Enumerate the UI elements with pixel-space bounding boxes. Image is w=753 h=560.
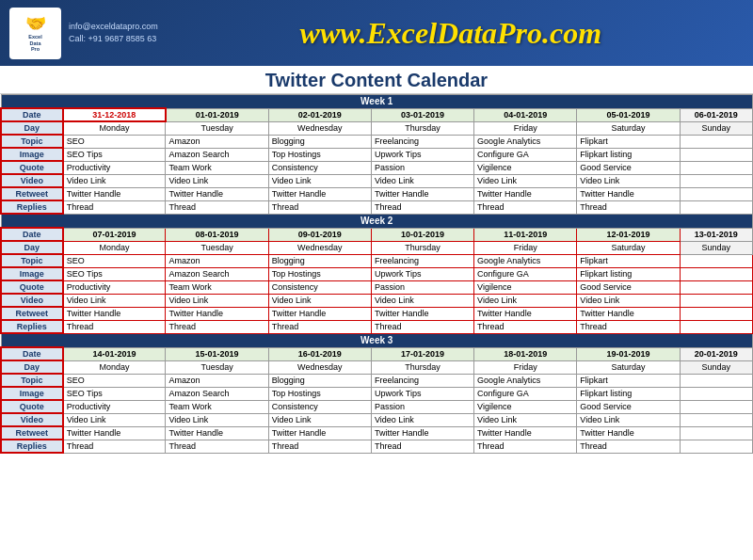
quote-label-w2: Quote [1,280,63,294]
quote-label-w3: Quote [1,400,63,413]
week2-image-row: Image SEO Tips Amazon Search Top Hosting… [1,267,753,280]
w1-day-2: Wednesday [268,121,371,135]
logo-icon: 🤝 [25,13,46,34]
replies-label-w1: Replies [1,200,63,214]
w3-day-5: Saturday [577,360,680,374]
topic-label-w2: Topic [1,254,63,267]
w3-date-1: 15-01-2019 [166,347,268,360]
week3-replies-row: Replies Thread Thread Thread Thread Thre… [1,440,753,453]
week1-date-row: Date 31-12-2018 01-01-2019 02-01-2019 03… [1,108,753,121]
week2-retweet-row: Retweet Twitter Handle Twitter Handle Tw… [1,307,753,320]
w1-date-3: 03-01-2019 [371,108,473,121]
w1-day-0: Monday [63,121,166,135]
topic-label-w3: Topic [1,374,63,387]
week1-topic-row: Topic SEO Amazon Blogging Freelancing Go… [1,135,753,148]
quote-label-w1: Quote [1,161,63,174]
week2-video-row: Video Video Link Video Link Video Link V… [1,294,753,307]
w1-date-4: 04-01-2019 [474,108,577,121]
w2-date-3: 10-01-2019 [371,228,473,241]
w2-day-2: Wednesday [268,241,371,254]
w2-day-5: Saturday [577,241,680,254]
week3-label: Week 3 [1,333,753,347]
w3-day-3: Thursday [371,360,473,374]
week1-day-row: Day Monday Tuesday Wednesday Thursday Fr… [1,121,753,135]
logo-box: 🤝 ExcelDataPro [9,8,61,59]
week1-label: Week 1 [1,95,753,109]
w2-date-5: 12-01-2019 [577,228,680,241]
w3-date-4: 18-01-2019 [474,347,577,360]
w1-date-5: 05-01-2019 [577,108,680,121]
week3-video-row: Video Video Link Video Link Video Link V… [1,413,753,426]
week2-date-row: Date 07-01-2019 08-01-2019 09-01-2019 10… [1,228,753,241]
week2-quote-row: Quote Productivity Team Work Consistency… [1,280,753,294]
week1-replies-row: Replies Thread Thread Thread Thread Thre… [1,200,753,214]
contact-email: info@exceldatapro.com [69,21,158,34]
topic-label-w1: Topic [1,135,63,148]
retweet-label-w3: Retweet [1,426,63,440]
date-label-w2: Date [1,228,63,241]
contact-info: info@exceldatapro.com Call: +91 9687 858… [69,21,158,46]
site-url: www.ExcelDataPro.com [158,16,744,51]
w2-day-1: Tuesday [166,241,268,254]
week1-header-row: Week 1 [1,95,753,109]
day-label-w3: Day [1,360,63,374]
day-label: Day [1,121,63,135]
replies-label-w3: Replies [1,440,63,453]
w1-day-1: Tuesday [166,121,268,135]
week3-topic-row: Topic SEO Amazon Blogging Freelancing Go… [1,374,753,387]
retweet-label-w1: Retweet [1,187,63,200]
w3-day-4: Friday [474,360,577,374]
w3-date-6: 20-01-2019 [680,347,752,360]
image-label-w3: Image [1,387,63,400]
day-label-w2: Day [1,241,63,254]
video-label-w2: Video [1,294,63,307]
w2-date-0: 07-01-2019 [63,228,166,241]
week2-label: Week 2 [1,214,753,228]
w1-day-4: Friday [474,121,577,135]
week3-header-row: Week 3 [1,333,753,347]
w2-date-4: 11-01-2019 [474,228,577,241]
week3-image-row: Image SEO Tips Amazon Search Top Hosting… [1,387,753,400]
w1-day-5: Saturday [577,121,680,135]
w1-day-3: Thursday [371,121,473,135]
date-label-w3: Date [1,347,63,360]
week3-retweet-row: Retweet Twitter Handle Twitter Handle Tw… [1,426,753,440]
w3-date-3: 17-01-2019 [371,347,473,360]
video-label-w1: Video [1,174,63,187]
image-label-w1: Image [1,148,63,161]
w2-day-3: Thursday [371,241,473,254]
week2-day-row: Day Monday Tuesday Wednesday Thursday Fr… [1,241,753,254]
w1-date-2: 02-01-2019 [268,108,371,121]
replies-label-w2: Replies [1,320,63,333]
w3-date-0: 14-01-2019 [63,347,166,360]
week3-day-row: Day Monday Tuesday Wednesday Thursday Fr… [1,360,753,374]
header-banner: 🤝 ExcelDataPro info@exceldatapro.com Cal… [0,0,753,66]
w2-date-2: 09-01-2019 [268,228,371,241]
week3-date-row: Date 14-01-2019 15-01-2019 16-01-2019 17… [1,347,753,360]
retweet-label-w2: Retweet [1,307,63,320]
w3-day-0: Monday [63,360,166,374]
week1-image-row: Image SEO Tips Amazon Search Top Hosting… [1,148,753,161]
video-label-w3: Video [1,413,63,426]
date-label: Date [1,108,63,121]
logo-text: ExcelDataPro [28,34,41,53]
w2-date-6: 13-01-2019 [680,228,752,241]
contact-phone: Call: +91 9687 8585 63 [69,33,158,46]
w2-day-6: Sunday [680,241,752,254]
image-label-w2: Image [1,267,63,280]
week1-video-row: Video Video Link Video Link Video Link V… [1,174,753,187]
w3-date-2: 16-01-2019 [268,347,371,360]
w1-date-6: 06-01-2019 [680,108,752,121]
week2-replies-row: Replies Thread Thread Thread Thread Thre… [1,320,753,333]
week1-quote-row: Quote Productivity Team Work Consistency… [1,161,753,174]
w3-day-2: Wednesday [268,360,371,374]
week2-topic-row: Topic SEO Amazon Blogging Freelancing Go… [1,254,753,267]
w1-date-0: 31-12-2018 [63,108,166,121]
w2-day-4: Friday [474,241,577,254]
w3-date-5: 19-01-2019 [577,347,680,360]
week3-quote-row: Quote Productivity Team Work Consistency… [1,400,753,413]
w1-day-6: Sunday [680,121,752,135]
calendar-title: Twitter Content Calendar [0,66,753,94]
week1-retweet-row: Retweet Twitter Handle Twitter Handle Tw… [1,187,753,200]
w1-date-1: 01-01-2019 [166,108,268,121]
